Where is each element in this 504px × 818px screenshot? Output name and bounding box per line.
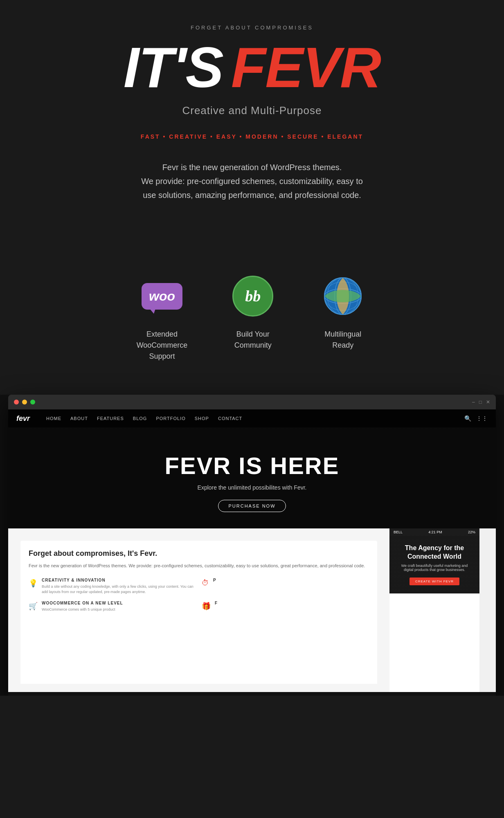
- desktop-description: Fevr is the new generation of WordPress …: [29, 562, 369, 570]
- browser-dot-red[interactable]: [14, 400, 19, 405]
- browser-close[interactable]: ✕: [486, 399, 490, 405]
- search-icon[interactable]: 🔍: [464, 415, 471, 422]
- hero-desc-line2: We provide: pre-configured schemes, cust…: [113, 174, 391, 188]
- desktop-feature-boxes: 💡 CREATIVITY & INNOVATION Build a site w…: [29, 578, 369, 613]
- hero-top-label: FORGET ABOUT COMPROMISES: [16, 25, 488, 31]
- hero-tagline: Creative and Multi-Purpose: [16, 104, 488, 117]
- gift-icon: 🎁: [202, 602, 211, 611]
- purchase-now-button[interactable]: PURCHASE NOW: [218, 500, 286, 512]
- nav-features[interactable]: FEATURES: [97, 416, 124, 421]
- hero-title-red: FEVR: [231, 39, 380, 96]
- creativity-title: CREATIVITY & INNOVATION: [42, 578, 196, 582]
- nav-icons: 🔍 ⋮⋮: [464, 415, 488, 422]
- browser-window: – □ ✕ fevr HOME ABOUT FEATURES BLOG PORT…: [8, 395, 496, 696]
- desktop-mockup: Forget about compromises, It's Fevr. Fev…: [8, 528, 389, 692]
- woo-title: WOOCOMMERCE ON A NEW LEVEL: [42, 601, 123, 605]
- mobile-hero: The Agency for the Connected World We cr…: [389, 536, 479, 593]
- mobile-hero-subtitle: We craft beautifully useful marketing an…: [396, 564, 473, 572]
- woocommerce-label: Extended WooCommerce Support: [137, 329, 188, 362]
- browser-minimize[interactable]: –: [472, 399, 475, 405]
- hero-description: Fevr is the new generation of WordPress …: [113, 160, 391, 202]
- mobile-mockup: BELL 4:21 PM 22% The Agency for the Conn…: [389, 528, 479, 692]
- nav-about[interactable]: ABOUT: [70, 416, 88, 421]
- clock-icon: ⏱: [202, 579, 209, 587]
- hero-title-white: IT'S: [124, 39, 223, 96]
- nav-contact[interactable]: CONTACT: [218, 416, 242, 421]
- multilingual-icon-area: [318, 272, 367, 321]
- f-title: F: [215, 601, 218, 605]
- feature-box-woo: 🛒 WOOCOMMERCE ON A NEW LEVEL WooCommerce…: [29, 601, 196, 613]
- feature-buddypress: Build Your Community: [228, 272, 277, 351]
- browser-dot-yellow[interactable]: [22, 400, 27, 405]
- feature-box-creativity: 💡 CREATIVITY & INNOVATION Build a site w…: [29, 578, 196, 595]
- nav-home[interactable]: HOME: [46, 416, 61, 421]
- hero-title: IT'S FEVR: [16, 39, 488, 96]
- browser-titlebar: – □ ✕: [8, 395, 496, 409]
- browser-controls: – □ ✕: [472, 399, 490, 405]
- woocommerce-icon-area: woo: [137, 272, 187, 321]
- browser-content: fevr HOME ABOUT FEATURES BLOG PORTFOLIO …: [8, 409, 496, 696]
- feature-box-performance-text: P: [213, 578, 216, 584]
- browser-maximize[interactable]: □: [479, 399, 482, 405]
- buddypress-icon-area: [228, 272, 277, 321]
- features-section: woo Extended WooCommerce Support Build Y…: [0, 255, 504, 395]
- site-logo[interactable]: fevr: [16, 414, 30, 423]
- performance-title: P: [213, 578, 216, 582]
- hero-desc-line3: use solutions, amazing performance, and …: [113, 188, 391, 202]
- woo-text: woo: [149, 289, 175, 303]
- site-nav: fevr HOME ABOUT FEATURES BLOG PORTFOLIO …: [8, 409, 496, 427]
- feature-box-f: 🎁 F: [202, 601, 369, 613]
- inner-hero-title: FEVR IS HERE: [25, 452, 479, 479]
- mobile-hero-title: The Agency for the Connected World: [396, 544, 473, 561]
- nav-shop[interactable]: SHOP: [195, 416, 209, 421]
- nav-portfolio[interactable]: PORTFOLIO: [156, 416, 185, 421]
- mobile-battery: 22%: [468, 530, 475, 534]
- grid-icon[interactable]: ⋮⋮: [476, 415, 488, 422]
- multilingual-label: Multilingual Ready: [324, 329, 361, 351]
- buddypress-label: Build Your Community: [234, 329, 272, 351]
- feature-box-woo-text: WOOCOMMERCE ON A NEW LEVEL WooCommerce c…: [42, 601, 123, 613]
- browser-dot-green[interactable]: [30, 400, 35, 405]
- inner-hero-subtitle: Explore the unlimited possibilites with …: [25, 484, 479, 491]
- dual-mockup: Forget about compromises, It's Fevr. Fev…: [8, 528, 496, 692]
- mobile-create-button[interactable]: CREATE WITH FEVR: [410, 578, 459, 585]
- right-edge-panel: [479, 528, 496, 692]
- woo-text: WooCommerce comes with 5 unique product: [42, 607, 123, 613]
- mobile-carrier: BELL: [394, 530, 403, 534]
- buddypress-logo: [232, 276, 273, 317]
- mobile-status-bar: BELL 4:21 PM 22%: [389, 528, 479, 536]
- bulb-icon: 💡: [29, 579, 38, 588]
- mobile-time: 4:21 PM: [428, 530, 442, 534]
- creativity-text: Build a site without any coding knowledg…: [42, 584, 196, 595]
- cart-icon: 🛒: [29, 602, 38, 611]
- feature-multilingual: Multilingual Ready: [318, 272, 367, 351]
- woocommerce-logo: woo: [142, 283, 182, 310]
- feature-woocommerce: woo Extended WooCommerce Support: [137, 272, 188, 362]
- hero-keywords: FAST • CREATIVE • EASY • MODERN • SECURE…: [16, 133, 488, 140]
- desktop-forget-title: Forget about compromises, It's Fevr.: [29, 549, 369, 558]
- browser-section: – □ ✕ fevr HOME ABOUT FEATURES BLOG PORT…: [0, 395, 504, 696]
- globe-icon: [322, 276, 363, 317]
- feature-box-performance: ⏱ P: [202, 578, 369, 595]
- nav-links: HOME ABOUT FEATURES BLOG PORTFOLIO SHOP …: [46, 416, 464, 421]
- feature-box-creativity-text: CREATIVITY & INNOVATION Build a site wit…: [42, 578, 196, 595]
- feature-box-f-text: F: [215, 601, 218, 607]
- hero-desc-line1: Fevr is the new generation of WordPress …: [113, 160, 391, 174]
- hero-section: FORGET ABOUT COMPROMISES IT'S FEVR Creat…: [0, 0, 504, 255]
- desktop-mockup-inner: Forget about compromises, It's Fevr. Fev…: [20, 541, 377, 684]
- nav-blog[interactable]: BLOG: [133, 416, 147, 421]
- inner-hero: FEVR IS HERE Explore the unlimited possi…: [8, 427, 496, 528]
- woo-tail: [150, 309, 155, 314]
